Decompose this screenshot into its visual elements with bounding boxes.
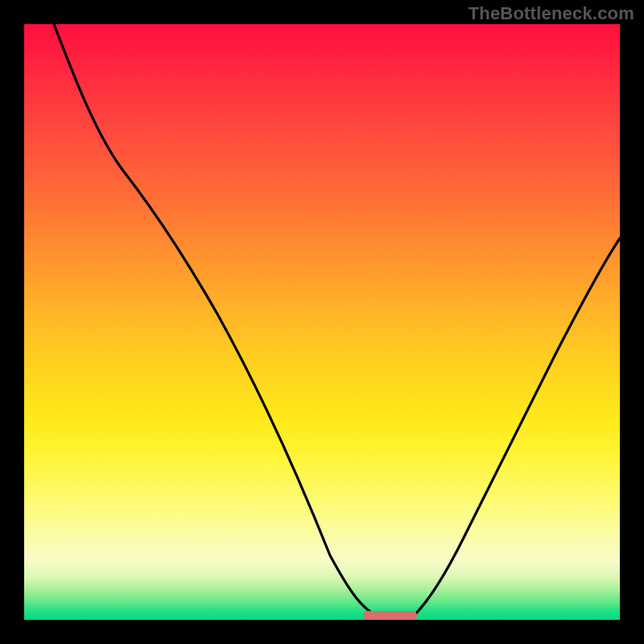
plot-area [24,24,620,620]
watermark-text: TheBottleneck.com [469,3,634,24]
chart-frame: TheBottleneck.com [0,0,644,644]
curve-layer [24,24,620,620]
bottleneck-curve-left [54,24,382,618]
optimum-marker [363,611,417,620]
bottleneck-curve-right [411,238,620,618]
